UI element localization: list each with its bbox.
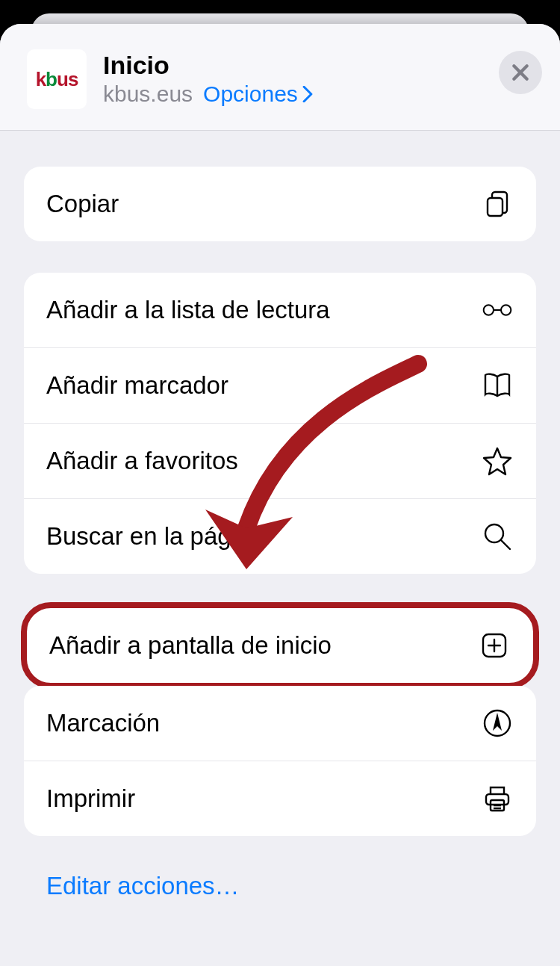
- action-find[interactable]: Buscar en la página: [24, 498, 536, 574]
- options-link[interactable]: Opciones: [203, 81, 313, 107]
- action-markup[interactable]: Marcación: [24, 686, 536, 761]
- action-group-main: Añadir a la lista de lectura Añadir marc…: [24, 273, 536, 574]
- close-button[interactable]: [499, 51, 542, 94]
- glasses-icon: [481, 294, 514, 326]
- action-reading-list[interactable]: Añadir a la lista de lectura: [24, 273, 536, 347]
- page-domain: kbus.eus: [103, 81, 193, 107]
- plus-square-icon: [478, 629, 511, 662]
- magnifying-glass-icon: [481, 520, 514, 553]
- share-sheet: kbus Inicio kbus.eus Opciones Copiar: [0, 24, 560, 966]
- action-bookmark-label: Añadir marcador: [46, 371, 481, 400]
- action-print-label: Imprimir: [46, 784, 481, 813]
- site-icon-text: kbus: [36, 68, 78, 91]
- options-label: Opciones: [203, 81, 298, 107]
- action-find-label: Buscar en la página: [46, 522, 481, 551]
- edit-actions-link[interactable]: Editar acciones…: [24, 867, 536, 930]
- action-add-home-label: Añadir a pantalla de inicio: [49, 631, 478, 660]
- action-copy-label: Copiar: [46, 190, 481, 218]
- svg-point-2: [501, 305, 511, 315]
- header-text-block: Inicio kbus.eus Opciones: [103, 52, 541, 106]
- action-group-extras: Marcación Imprimir: [24, 686, 536, 836]
- action-copy[interactable]: Copiar: [24, 167, 536, 241]
- svg-point-1: [484, 305, 494, 315]
- action-markup-label: Marcación: [46, 709, 481, 737]
- site-icon: kbus: [27, 49, 87, 109]
- sheet-content: Copiar Añadir a la lista de lectura Añad…: [0, 131, 560, 930]
- action-group-highlighted: Añadir a pantalla de inicio: [21, 602, 539, 689]
- book-icon: [481, 369, 514, 402]
- star-icon: [481, 445, 514, 477]
- action-print[interactable]: Imprimir: [24, 761, 536, 836]
- sheet-header: kbus Inicio kbus.eus Opciones: [0, 24, 560, 131]
- action-reading-list-label: Añadir a la lista de lectura: [46, 296, 481, 324]
- svg-rect-0: [488, 198, 503, 216]
- chevron-right-icon: [302, 86, 313, 102]
- action-favorites[interactable]: Añadir a favoritos: [24, 423, 536, 498]
- printer-icon: [481, 782, 514, 815]
- page-title: Inicio: [103, 52, 541, 79]
- close-icon: [511, 63, 530, 82]
- action-bookmark[interactable]: Añadir marcador: [24, 347, 536, 423]
- markup-icon: [481, 707, 514, 740]
- action-favorites-label: Añadir a favoritos: [46, 447, 481, 475]
- copy-icon: [481, 188, 514, 220]
- action-add-home[interactable]: Añadir a pantalla de inicio: [27, 608, 533, 683]
- action-group-copy: Copiar: [24, 167, 536, 241]
- page-subtitle: kbus.eus Opciones: [103, 81, 541, 107]
